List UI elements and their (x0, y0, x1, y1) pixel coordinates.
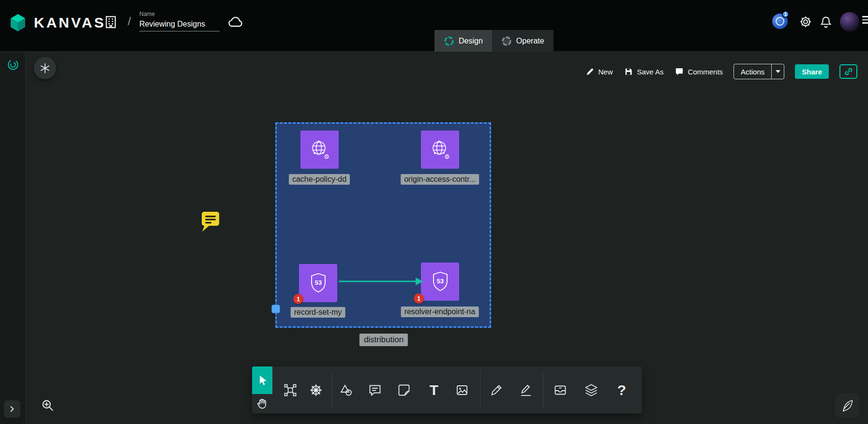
help-icon: ? (617, 382, 626, 398)
pencil-icon (585, 67, 595, 76)
drawer-icon (553, 383, 568, 397)
save-as-label: Save As (637, 68, 664, 76)
comments-label: Comments (688, 68, 723, 76)
topbar: KANVAS / Name Design (0, 0, 868, 52)
save-icon (624, 67, 633, 76)
extensions-badge: 1 (782, 11, 789, 18)
share-button[interactable]: Share (795, 64, 829, 79)
comments-button[interactable]: Comments (674, 67, 723, 76)
hamburger-menu-icon[interactable] (862, 16, 868, 26)
route53-shield-icon: 53 (428, 269, 453, 294)
snowflake-button[interactable] (34, 57, 56, 79)
svg-text:53: 53 (314, 279, 321, 286)
kanvas-logo[interactable]: KANVAS (8, 13, 105, 33)
tab-operate-label: Operate (516, 37, 544, 45)
node-cache-policy[interactable] (300, 131, 339, 169)
quill-pen-button[interactable] (835, 394, 859, 418)
tool-select[interactable] (252, 366, 272, 394)
tool-layers[interactable] (580, 376, 602, 405)
route53-shield-icon: 53 (306, 271, 331, 296)
comment-bubble-icon (368, 383, 382, 397)
tool-shapes[interactable] (335, 376, 357, 405)
node-label: resolver-endpoint-na (401, 307, 479, 317)
distribution-group[interactable]: 53 53 cache-policy-dd origin-access-cont… (275, 122, 491, 328)
tool-help[interactable]: ? (611, 376, 633, 405)
expand-sidebar-button[interactable] (4, 400, 20, 418)
globe-network-icon (307, 137, 332, 162)
zoom-in-icon (41, 398, 54, 412)
sticker-icon (397, 383, 411, 397)
save-as-button[interactable]: Save As (624, 67, 664, 76)
node-label: origin-access-contr... (401, 174, 479, 185)
kubernetes-wheel-icon (309, 383, 323, 397)
mode-tabs: Design Operate (434, 30, 554, 52)
kanvas-logo-icon (8, 13, 28, 33)
status-badge: 1 (293, 294, 303, 304)
tool-components[interactable] (279, 376, 301, 405)
layers-icon (584, 383, 599, 397)
link-icon (843, 66, 854, 77)
extensions-icon-inner (776, 17, 784, 26)
node-resolver-endpoint[interactable]: 53 (421, 263, 459, 301)
tool-comment[interactable] (364, 376, 386, 405)
hand-icon (256, 397, 269, 410)
tool-media[interactable] (451, 376, 473, 405)
node-label: cache-policy-dd (289, 174, 350, 185)
globe-network-icon (428, 137, 453, 162)
tool-pan[interactable] (252, 394, 272, 413)
actions-dropdown-button[interactable] (771, 64, 784, 79)
zoom-in-button[interactable] (39, 396, 56, 414)
comment-marker[interactable] (200, 210, 221, 233)
arrow-edge (337, 274, 424, 289)
left-sidebar (0, 52, 26, 424)
group-handle[interactable] (271, 305, 280, 313)
bell-icon[interactable] (819, 15, 833, 29)
copy-link-button[interactable] (839, 64, 857, 79)
tool-kubernetes[interactable] (305, 376, 327, 405)
design-wheel-icon (444, 36, 454, 46)
organization-icon[interactable] (103, 14, 119, 30)
tool-drawer[interactable] (549, 376, 571, 405)
logo-text: KANVAS (34, 15, 105, 31)
gear-icon[interactable] (798, 15, 813, 29)
toolbar-divider (543, 371, 543, 409)
cursor-arrow-icon (256, 374, 269, 387)
snowflake-icon (39, 62, 51, 74)
name-label: Name (139, 11, 220, 17)
node-label: record-set-my (291, 307, 345, 318)
comment-icon (674, 67, 684, 76)
operate-wheel-icon (501, 36, 512, 46)
chevron-right-icon (7, 404, 17, 414)
tool-pencil[interactable] (485, 376, 508, 405)
pen-annotate-icon (519, 383, 533, 397)
quill-pen-icon (840, 398, 854, 413)
new-button[interactable]: New (585, 67, 613, 76)
tab-operate[interactable]: Operate (492, 30, 554, 52)
chevron-down-icon (776, 70, 780, 73)
breadcrumb-separator: / (128, 15, 131, 28)
extensions-icon[interactable]: 1 (772, 14, 788, 29)
avatar[interactable] (840, 12, 859, 31)
design-name-input[interactable] (139, 18, 220, 31)
pencil-draw-icon (489, 383, 504, 397)
tab-design[interactable]: Design (434, 30, 492, 52)
tool-text[interactable]: T (423, 376, 445, 405)
actions-split-button: Actions (733, 64, 784, 79)
new-label: New (599, 68, 613, 76)
spiral-logo-icon[interactable] (6, 58, 20, 72)
tool-pen[interactable] (515, 376, 537, 405)
svg-text:53: 53 (436, 278, 443, 285)
canvas-actions-row: New Save As Comments Actions Share (585, 63, 858, 80)
toolbar-divider (331, 371, 332, 409)
cloud-sync-icon[interactable] (226, 14, 244, 30)
components-icon (283, 383, 298, 397)
tab-design-label: Design (459, 37, 483, 45)
actions-button[interactable]: Actions (734, 64, 771, 79)
node-origin-access[interactable] (421, 131, 459, 169)
media-icon (455, 383, 469, 397)
tool-sticker[interactable] (393, 376, 415, 405)
node-record-set[interactable]: 53 (299, 264, 337, 302)
group-label: distribution (359, 334, 408, 346)
shapes-icon (339, 383, 353, 397)
bottom-toolbar: T (252, 366, 642, 413)
